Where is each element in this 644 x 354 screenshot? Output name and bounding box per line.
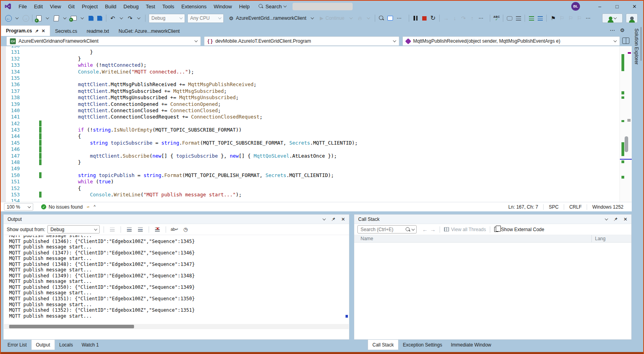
clear-all-button[interactable]: ✕ — [153, 225, 162, 234]
code-text[interactable]: { — [42, 185, 81, 191]
close-panel-icon[interactable]: ✕ — [341, 217, 345, 222]
undo-button[interactable]: ↶ — [108, 13, 117, 23]
code-editor[interactable]: 130131 }132 }133 while (!mqttConnected);… — [1, 46, 632, 202]
feedback-button[interactable] — [626, 13, 638, 23]
pin-icon[interactable]: 📌︎ — [331, 217, 336, 222]
type-dropdown[interactable]: { } devMobile.AzureIoT.EventGridClient.P… — [204, 36, 399, 46]
undo-dropdown[interactable] — [117, 13, 126, 23]
menu-item-window[interactable]: Window — [210, 2, 235, 11]
continue-dropdown[interactable] — [347, 13, 355, 23]
code-text[interactable]: mqttClient.Subscribe(new[] { topicSubscr… — [42, 153, 337, 159]
code-text[interactable]: } — [42, 49, 93, 55]
new-file-button[interactable]: + — [34, 13, 43, 23]
doc-tab-nuget-azure-meworkclient[interactable]: NuGet: Azure...meworkClient — [114, 26, 185, 36]
split-window-button[interactable] — [622, 38, 629, 44]
code-text[interactable]: mqttClient.ConnectionClosed += Connectio… — [42, 107, 221, 113]
show-external-code-button[interactable]: Show External Code — [494, 227, 544, 232]
panel-tab-error-list[interactable]: Error List — [3, 340, 31, 350]
tab-settings-gear-icon[interactable]: ⚙ — [620, 28, 625, 33]
next-bookmark-button[interactable]: ⚐ — [566, 13, 575, 23]
zoom-dropdown[interactable]: 100 % — [4, 203, 33, 211]
menu-item-git[interactable]: Git — [64, 2, 78, 11]
spell-check-button[interactable]: ABC✓ — [492, 13, 501, 23]
panel-tab-immediate-window[interactable]: Immediate Window — [446, 340, 495, 350]
search-forward-button[interactable]: → — [430, 226, 436, 233]
hot-reload-dropdown[interactable] — [364, 13, 373, 23]
code-text[interactable]: { — [42, 133, 81, 139]
startup-project-dropdown[interactable]: ⚙ AzureEventGrid...rameworkClient — [226, 14, 316, 23]
search-options-chevron-icon[interactable] — [412, 227, 415, 230]
code-text[interactable]: string topicPublish = string.Format(MQTT… — [42, 172, 334, 178]
doc-tab-readme-txt[interactable]: readme.txt — [82, 26, 114, 36]
pin-icon[interactable]: 📌︎ — [613, 217, 618, 222]
menu-item-view[interactable]: View — [46, 2, 64, 11]
code-text[interactable]: } — [42, 159, 81, 165]
hot-reload-button[interactable]: 🔥︎ — [355, 13, 364, 23]
toggle-bookmark-button[interactable]: ⚑ — [549, 13, 557, 23]
close-tab-icon[interactable]: ✕ — [42, 28, 45, 34]
column-header-name[interactable]: Name — [354, 236, 373, 241]
output-horizontal-scrollbar[interactable] — [4, 324, 349, 329]
document-health-indicator[interactable]: ✓ No issues found — [41, 204, 83, 210]
call-stack-list[interactable] — [355, 243, 631, 339]
project-dropdown[interactable]: C# AzureEventGridnanoFrameworkClient — [6, 36, 201, 46]
redo-dropdown[interactable] — [134, 13, 143, 23]
account-avatar[interactable]: BL — [571, 2, 580, 11]
output-source-dropdown[interactable]: Debug — [47, 225, 100, 233]
restart-button[interactable]: ↻ — [429, 13, 437, 23]
navigate-forward-button[interactable]: → — [21, 13, 30, 23]
step-out-button[interactable]: ↑ — [468, 13, 476, 23]
tab-list-overflow-button[interactable]: ⋯ — [610, 27, 615, 33]
search-control[interactable]: Search — [259, 4, 286, 9]
menu-item-extensions[interactable]: Extensions — [178, 2, 210, 11]
output-hscroll-thumb[interactable] — [9, 325, 134, 328]
menu-item-build[interactable]: Build — [101, 2, 120, 11]
solution-configuration-dropdown[interactable]: Debug — [149, 14, 185, 23]
navigate-back-dropdown[interactable] — [13, 13, 21, 23]
find-message-button[interactable] — [108, 225, 117, 234]
previous-bookmark-button[interactable]: ⚐ — [557, 13, 566, 23]
timestamp-button[interactable]: ◷ — [181, 225, 190, 234]
toolbar-overflow-button[interactable]: ⋯ — [395, 13, 403, 23]
word-wrap-button[interactable]: ab↵ — [170, 225, 179, 234]
save-button[interactable] — [87, 13, 95, 23]
menu-item-tools[interactable]: Tools — [159, 2, 178, 11]
call-stack-header[interactable]: Call Stack 📌︎ ✕ — [354, 215, 631, 224]
code-text[interactable]: Console.WriteLine("MQTT publish message … — [42, 192, 242, 198]
output-log[interactable]: MQTT publish message start...MQTT publis… — [4, 235, 349, 324]
decrease-indent-button[interactable] — [527, 13, 536, 23]
continue-button[interactable]: ▶ Continue — [317, 13, 347, 23]
call-stack-search[interactable] — [357, 225, 417, 233]
clear-bookmarks-button[interactable]: ⚐ — [575, 13, 584, 23]
window-position-chevron-icon[interactable] — [605, 217, 608, 220]
bookmarks-overflow-button[interactable]: ⋯ — [584, 13, 592, 23]
column-header-language[interactable]: Lang — [591, 235, 606, 242]
indent-mode[interactable]: SPC — [543, 204, 564, 210]
panel-tab-call-stack[interactable]: Call Stack — [368, 340, 398, 350]
scrollbar-thumb[interactable] — [625, 136, 628, 152]
redo-button[interactable]: ↷ — [126, 13, 134, 23]
break-all-button[interactable] — [411, 13, 420, 23]
maximize-button[interactable]: □ — [608, 1, 626, 12]
step-over-button[interactable]: ↷ — [459, 13, 468, 23]
code-text[interactable]: string topicSubscribe = string.Format(MQ… — [42, 140, 358, 146]
doc-tab-secrets-cs[interactable]: Secrets.cs — [50, 26, 82, 36]
menu-item-debug[interactable]: Debug — [120, 2, 142, 11]
search-back-button[interactable]: ← — [422, 226, 428, 233]
panel-tab-exception-settings[interactable]: Exception Settings — [398, 340, 446, 350]
code-text[interactable]: Console.WriteLine("MQTT connected..."); — [42, 69, 194, 75]
close-panel-icon[interactable]: ✕ — [623, 217, 627, 222]
next-message-button[interactable]: → — [136, 225, 145, 234]
solution-platform-dropdown[interactable]: Any CPU — [187, 14, 224, 23]
output-panel-header[interactable]: Output 📌︎ ✕ — [4, 215, 349, 224]
find-in-files-button[interactable] — [377, 13, 386, 23]
stop-debugging-button[interactable] — [420, 13, 429, 23]
show-next-statement-button[interactable]: → — [442, 13, 450, 23]
encoding[interactable]: Windows 1252 — [587, 204, 629, 210]
open-file-button[interactable] — [52, 13, 60, 23]
add-item-dropdown[interactable] — [78, 13, 87, 23]
view-all-threads-button[interactable]: View all Threads — [444, 227, 486, 232]
code-text[interactable]: mqttClient.MqttMsgSubscribed += MqttMsgS… — [42, 88, 227, 94]
code-text[interactable]: } — [42, 56, 81, 62]
code-cleanup-button[interactable]: ⌁ — [86, 203, 90, 210]
